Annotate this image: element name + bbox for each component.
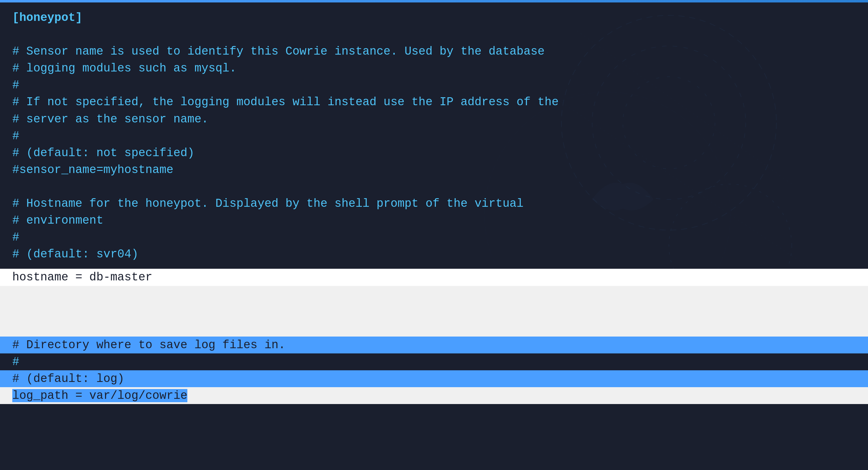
log-path-selected: log_path = var/log/cowrie — [12, 389, 187, 402]
comment-line-5: # server as the sensor name. — [12, 111, 856, 128]
blank-line-1 — [12, 26, 856, 43]
comment-line-10: # — [12, 229, 856, 246]
dir-comment-line-2[interactable]: # — [0, 354, 868, 370]
comment-line-4: # If not specified, the logging modules … — [12, 94, 856, 110]
comment-line-6: # — [12, 128, 856, 144]
blank-active-2 — [0, 303, 868, 320]
blank-active-3 — [0, 320, 868, 337]
editor-content: [honeypot] # Sensor name is used to iden… — [0, 0, 868, 404]
dir-comment-line-3[interactable]: # (default: log) — [0, 370, 868, 387]
blank-active-1 — [0, 286, 868, 303]
comment-line-1: # Sensor name is used to identify this C… — [12, 43, 856, 60]
commented-config-line: #sensor_name=myhostname — [12, 161, 856, 178]
section-header-line: [honeypot] — [12, 9, 856, 26]
comment-line-7: # (default: not specified) — [12, 144, 856, 161]
comment-line-9: # environment — [12, 212, 856, 229]
comment-line-3: # — [12, 77, 856, 94]
dir-comment-line-1[interactable]: # Directory where to save log files in. — [0, 337, 868, 354]
comment-line-2: # logging modules such as mysql. — [12, 60, 856, 77]
comment-line-11: # (default: svr04) — [12, 246, 856, 263]
log-path-line[interactable]: log_path = var/log/cowrie — [0, 387, 868, 404]
comment-line-8: # Hostname for the honeypot. Displayed b… — [12, 195, 856, 212]
code-block: [honeypot] # Sensor name is used to iden… — [0, 3, 868, 269]
blank-line-2 — [12, 178, 856, 195]
hostname-config-line[interactable]: hostname = db-master — [0, 269, 868, 286]
top-bar — [0, 0, 868, 2]
